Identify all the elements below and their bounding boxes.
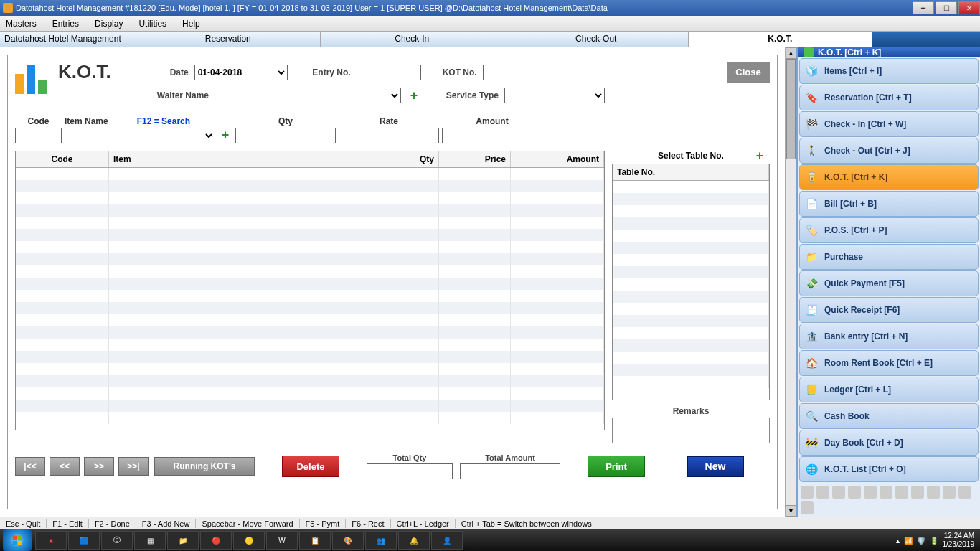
table-row[interactable]	[16, 217, 604, 229]
sidebar-item-10[interactable]: 🏦Bank entry [Ctrl + N]	[799, 324, 979, 349]
table-row[interactable]	[16, 326, 604, 339]
nav-next[interactable]: >>	[84, 457, 114, 476]
servicetype-select[interactable]	[504, 88, 605, 103]
taskbar-clock[interactable]: 12:24 AM 1/23/2019	[943, 532, 975, 549]
side-mini-icon[interactable]	[958, 486, 971, 499]
add-table-icon[interactable]: +	[753, 149, 767, 163]
new-button[interactable]: New	[687, 456, 744, 477]
vertical-scrollbar[interactable]: ▲ ▼	[785, 47, 796, 517]
side-mini-icon[interactable]	[864, 486, 877, 499]
totalamount-input[interactable]	[460, 463, 560, 479]
sidebar-item-4[interactable]: 🥫K.O.T. [Ctrl + K]	[799, 164, 979, 190]
taskbar-app6[interactable]: 🔔	[398, 531, 430, 550]
scroll-down-icon[interactable]: ▼	[786, 505, 796, 517]
taskbar-paint[interactable]: 🎨	[332, 531, 364, 550]
window-minimize[interactable]: ━	[913, 1, 934, 14]
amount-input[interactable]	[442, 128, 542, 143]
menu-utilities[interactable]: Utilities	[138, 19, 166, 29]
sidebar-item-5[interactable]: 📄Bill [Ctrl + B]	[799, 191, 979, 217]
sidebar-item-6[interactable]: 🏷️P.O.S. [Ctrl + P]	[799, 217, 979, 243]
table-row[interactable]	[16, 387, 604, 400]
delete-button[interactable]: Delete	[282, 456, 339, 477]
taskbar-app3[interactable]: ▦	[134, 531, 166, 550]
taskbar-app7[interactable]: 👤	[431, 531, 463, 550]
table-row[interactable]	[16, 168, 604, 180]
running-kots-button[interactable]: Running KOT's	[154, 457, 255, 476]
close-button[interactable]: Close	[727, 62, 770, 83]
tray-shield-icon[interactable]: 🛡️	[917, 537, 925, 545]
table-row[interactable]	[16, 363, 604, 375]
sidebar-item-1[interactable]: 🔖Reservation [Ctrl + T]	[799, 85, 979, 110]
sidebar-item-11[interactable]: 🏠Room Rent Book [Ctrl + E]	[799, 350, 979, 376]
table-row[interactable]	[613, 266, 769, 278]
taskbar-app1[interactable]: 🔺	[35, 531, 67, 550]
table-row[interactable]	[613, 181, 769, 193]
table-row[interactable]	[16, 375, 604, 387]
taskbar-app2[interactable]: 🟦	[68, 531, 100, 550]
side-mini-icon[interactable]	[880, 486, 892, 499]
totalqty-input[interactable]	[367, 463, 453, 479]
nav-first[interactable]: |<<	[15, 457, 45, 476]
table-row[interactable]	[16, 229, 604, 241]
side-mini-icon[interactable]	[801, 486, 814, 499]
tray-battery-icon[interactable]: 🔋	[930, 537, 938, 545]
scroll-up-icon[interactable]: ▲	[786, 47, 796, 59]
table-row[interactable]	[613, 205, 769, 217]
side-mini-icon[interactable]	[832, 486, 845, 499]
nav-prev[interactable]: <<	[50, 457, 80, 476]
sidebar-item-0[interactable]: 🧊Items [Ctrl + I]	[799, 58, 979, 84]
table-row[interactable]	[16, 302, 604, 314]
table-row[interactable]	[16, 290, 604, 302]
sidebar-item-9[interactable]: 🧾Quick Receipt [F6]	[799, 297, 979, 323]
table-row[interactable]	[613, 291, 769, 303]
menu-help[interactable]: Help	[182, 19, 200, 29]
table-row[interactable]	[16, 241, 604, 253]
table-row[interactable]	[613, 217, 769, 230]
start-button[interactable]	[3, 529, 32, 551]
table-row[interactable]	[613, 364, 769, 376]
table-row[interactable]	[16, 339, 604, 351]
sidebar-item-2[interactable]: 🏁Check - In [Ctrl + W]	[799, 111, 979, 137]
table-row[interactable]	[613, 352, 769, 364]
scroll-thumb[interactable]	[786, 59, 796, 159]
date-select[interactable]: 01-04-2018	[194, 65, 288, 80]
tray-arrow-icon[interactable]: ▴	[896, 537, 900, 545]
table-row[interactable]	[16, 253, 604, 265]
table-row[interactable]	[613, 242, 769, 254]
print-button[interactable]: Print	[588, 456, 645, 477]
sidebar-item-8[interactable]: 💸Quick Payment [F5]	[799, 270, 979, 296]
table-row[interactable]	[16, 412, 604, 424]
table-row[interactable]	[613, 254, 769, 266]
tab-checkout[interactable]: Check-Out	[504, 32, 689, 47]
side-mini-icon[interactable]	[911, 486, 924, 499]
tray-wifi-icon[interactable]: 📶	[904, 537, 913, 545]
tab-reservation[interactable]: Reservation	[136, 32, 321, 47]
menu-display[interactable]: Display	[95, 19, 123, 29]
taskbar-ie[interactable]: ⓔ	[101, 531, 133, 550]
taskbar-word[interactable]: W	[266, 531, 298, 550]
add-waiter-icon[interactable]: +	[407, 88, 421, 103]
table-row[interactable]	[16, 204, 604, 217]
table-row[interactable]	[613, 193, 769, 205]
sidebar-item-12[interactable]: 📒Ledger [Ctrl + L]	[799, 377, 979, 402]
table-grid[interactable]: Table No.	[612, 164, 770, 400]
sidebar-item-13[interactable]: 🔍Cash Book	[799, 403, 979, 429]
tab-app[interactable]: Datotahost Hotel Management	[0, 32, 136, 47]
table-row[interactable]	[613, 230, 769, 242]
taskbar-app4[interactable]: 📋	[299, 531, 331, 550]
table-row[interactable]	[16, 180, 604, 192]
waiter-select[interactable]	[215, 88, 401, 103]
remarks-input[interactable]	[612, 418, 770, 443]
side-mini-icon[interactable]	[895, 486, 908, 499]
code-input[interactable]	[15, 128, 62, 143]
menu-masters[interactable]: Masters	[6, 19, 37, 29]
side-mini-icon[interactable]	[927, 486, 940, 499]
taskbar-opera[interactable]: 🔴	[200, 531, 232, 550]
tab-checkin[interactable]: Check-In	[321, 32, 505, 47]
table-row[interactable]	[16, 265, 604, 278]
table-row[interactable]	[613, 339, 769, 352]
table-row[interactable]	[16, 314, 604, 326]
taskbar-explorer[interactable]: 📁	[167, 531, 199, 550]
sidebar-item-15[interactable]: 🌐K.O.T. List [Ctrl + O]	[799, 456, 979, 482]
sidebar-item-3[interactable]: 🚶Check - Out [Ctrl + J]	[799, 138, 979, 164]
